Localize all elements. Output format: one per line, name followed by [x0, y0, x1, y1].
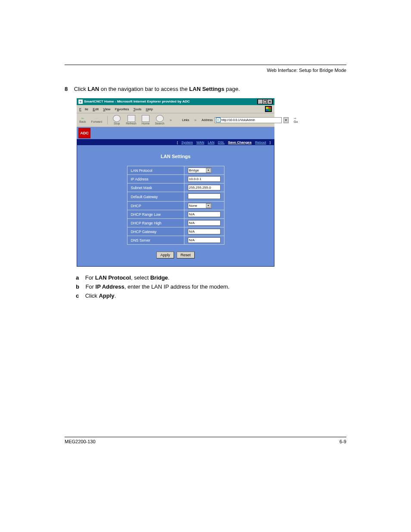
label-dhcp: DHCP — [127, 202, 184, 210]
menu-favorites[interactable]: Favorites — [115, 107, 129, 111]
nav-system[interactable]: System — [180, 140, 194, 144]
lan-protocol-select[interactable]: Bridge▾ — [188, 168, 212, 173]
dhcp-select[interactable]: None▾ — [188, 203, 212, 208]
refresh-button[interactable]: Refresh — [126, 115, 137, 125]
substep-a: a For LAN Protocol, select Bridge. — [65, 274, 346, 281]
menu-file[interactable]: File — [79, 107, 88, 111]
footer-left: MEG2200-130 — [65, 439, 96, 444]
address-bar[interactable]: e http://10.0.0.1/VoloAdmin — [215, 117, 282, 123]
menu-help[interactable]: Help — [146, 107, 153, 111]
menu-edit[interactable]: Edit — [93, 107, 99, 111]
substep-c: c Click Apply. — [65, 292, 346, 299]
embedded-screenshot: eSmartCNCT Home - Microsoft Internet Exp… — [77, 98, 274, 267]
minimize-button[interactable]: _ — [258, 100, 262, 104]
address-label: Address — [202, 118, 213, 121]
adc-logo: ADC — [78, 128, 90, 138]
nav-lan[interactable]: LAN — [206, 140, 216, 144]
dhcp-gateway-input[interactable]: N/A — [188, 229, 221, 234]
panel-title: LAN Settings — [103, 154, 248, 159]
step-8: 8 Click LAN on the navigation bar to acc… — [65, 86, 346, 92]
home-button[interactable]: Home — [142, 115, 150, 125]
apply-button[interactable]: Apply — [156, 252, 174, 258]
nav-reboot[interactable]: Reboot — [254, 140, 268, 144]
nav-dsl[interactable]: DSL — [217, 140, 226, 144]
label-dhcp-gateway: DHCP Gateway — [127, 227, 184, 236]
window-controls[interactable]: _ ❐ ✕ — [257, 99, 273, 104]
label-dns-server: DNS Server — [127, 236, 184, 245]
label-ip-address: IP Address — [127, 175, 184, 184]
nav-save-changes[interactable]: Save Changes — [227, 140, 253, 144]
step-bold-lan-settings: LAN Settings — [189, 86, 224, 92]
windows-logo-icon — [265, 106, 272, 112]
links-label: Links — [182, 118, 189, 121]
forward-button: ⇨Forward — [91, 117, 103, 123]
subnet-mask-input[interactable]: 255.255.255.0 — [188, 185, 221, 190]
brand-bar: ADC — [77, 127, 274, 139]
go-button[interactable]: ⇨ Go — [294, 117, 298, 123]
dhcp-range-low-input[interactable]: N/A — [188, 212, 221, 217]
menu-view[interactable]: View — [103, 107, 110, 111]
label-dhcp-range-high: DHCP Range High — [127, 219, 184, 227]
menu-tools[interactable]: Tools — [134, 107, 142, 111]
page-nav: [ System WAN LAN DSL Save Changes Reboot… — [77, 139, 274, 145]
label-dhcp-range-low: DHCP Range Low — [127, 210, 184, 219]
dns-server-input[interactable]: N/A — [188, 237, 221, 243]
close-button[interactable]: ✕ — [268, 100, 272, 104]
stop-button[interactable]: Stop — [113, 115, 121, 125]
reset-button[interactable]: Reset — [177, 252, 195, 258]
ip-address-input[interactable]: 10.0.0.1 — [188, 176, 221, 182]
page-header: Web Interface: Setup for Bridge Mode — [65, 68, 346, 73]
substep-b: b For IP Address, enter the LAN IP addre… — [65, 283, 346, 290]
step-link-lan: LAN — [87, 86, 99, 92]
maximize-button[interactable]: ❐ — [263, 100, 267, 104]
menu-bar[interactable]: File Edit View Favorites Tools Help — [79, 107, 156, 111]
default-gateway-input[interactable] — [188, 193, 221, 199]
dhcp-range-high-input[interactable]: N/A — [188, 220, 221, 226]
step-number: 8 — [65, 86, 68, 92]
lan-settings-table: LAN Protocol Bridge▾ IP Address 10.0.0.1… — [127, 166, 224, 245]
label-default-gateway: Default Gateway — [127, 192, 184, 202]
label-subnet-mask: Subnet Mask — [127, 184, 184, 192]
search-button[interactable]: Search — [155, 115, 164, 125]
label-lan-protocol: LAN Protocol — [127, 166, 184, 175]
nav-wan[interactable]: WAN — [195, 140, 206, 144]
back-button[interactable]: ⇦Back — [79, 117, 86, 123]
address-dropdown[interactable]: ▾ — [283, 117, 289, 123]
footer-right: 6-9 — [339, 439, 346, 444]
window-title: eSmartCNCT Home - Microsoft Internet Exp… — [78, 100, 190, 104]
